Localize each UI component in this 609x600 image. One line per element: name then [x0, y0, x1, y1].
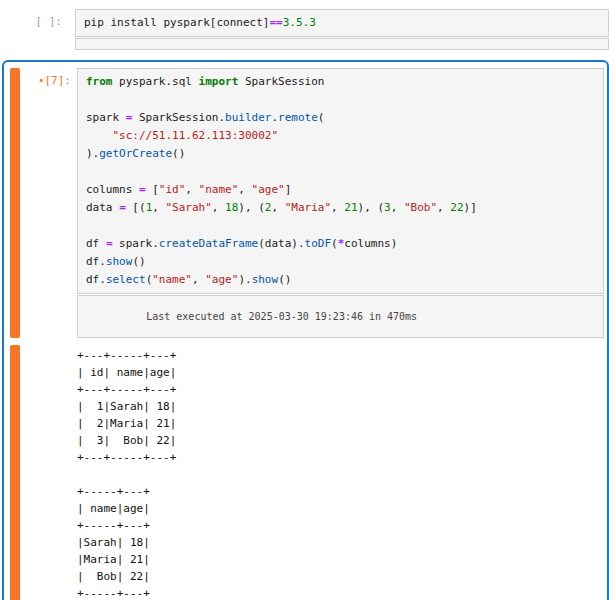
cell-2-input-row: •[7]: from pyspark.sql import SparkSessi…	[4, 68, 604, 338]
code-line: spark = SparkSession.builder.remote(	[86, 109, 595, 127]
input-prompt: •[7]:	[20, 68, 71, 90]
execute-time-text: Last executed at 2025-03-30 19:23:46 in …	[146, 311, 417, 322]
input-collapser[interactable]	[10, 68, 20, 338]
code-line: pip install pyspark[connect]==3.5.3	[84, 14, 600, 32]
execute-time-bar	[75, 38, 609, 50]
code-editor[interactable]: pip install pyspark[connect]==3.5.3	[75, 9, 609, 37]
code-line	[86, 91, 595, 109]
code-line: data = [(1, "Sarah", 18), (2, "Maria", 2…	[86, 199, 595, 217]
input-prompt: [ ]:	[0, 9, 62, 31]
code-line: from pyspark.sql import SparkSession	[86, 73, 595, 91]
code-line: df.select("name", "age").show()	[86, 271, 595, 289]
input-prompt-column: [ ]:	[0, 9, 75, 50]
cell-2-output-row: +---+-----+---+ | id| name|age| +---+---…	[4, 345, 604, 600]
code-cell-2[interactable]: •[7]: from pyspark.sql import SparkSessi…	[2, 60, 609, 600]
notebook: [ ]: pip install pyspark[connect]==3.5.3…	[0, 0, 609, 600]
output-collapser[interactable]	[10, 345, 20, 600]
cell-output-text: +---+-----+---+ | id| name|age| +---+---…	[77, 345, 604, 600]
cell-2-input-area: from pyspark.sql import SparkSession spa…	[77, 68, 604, 338]
code-line: df = spark.createDataFrame(data).toDF(*c…	[86, 235, 595, 253]
output-prompt-column	[20, 345, 77, 600]
execute-time-bar: Last executed at 2025-03-30 19:23:46 in …	[77, 295, 604, 338]
code-line	[86, 163, 595, 181]
code-line: ).getOrCreate()	[86, 145, 595, 163]
code-content[interactable]: pip install pyspark[connect]==3.5.3	[84, 14, 600, 32]
cell-1-input-area: pip install pyspark[connect]==3.5.3	[75, 9, 609, 50]
input-prompt-column: •[7]:	[20, 68, 77, 338]
code-editor[interactable]: from pyspark.sql import SparkSession spa…	[77, 68, 604, 294]
code-cell-1[interactable]: [ ]: pip install pyspark[connect]==3.5.3	[0, 9, 609, 50]
code-line: columns = ["id", "name", "age"]	[86, 181, 595, 199]
code-line: df.show()	[86, 253, 595, 271]
code-line	[86, 217, 595, 235]
code-content[interactable]: from pyspark.sql import SparkSession spa…	[86, 73, 595, 289]
code-line: "sc://51.11.62.113:30002"	[86, 127, 595, 145]
